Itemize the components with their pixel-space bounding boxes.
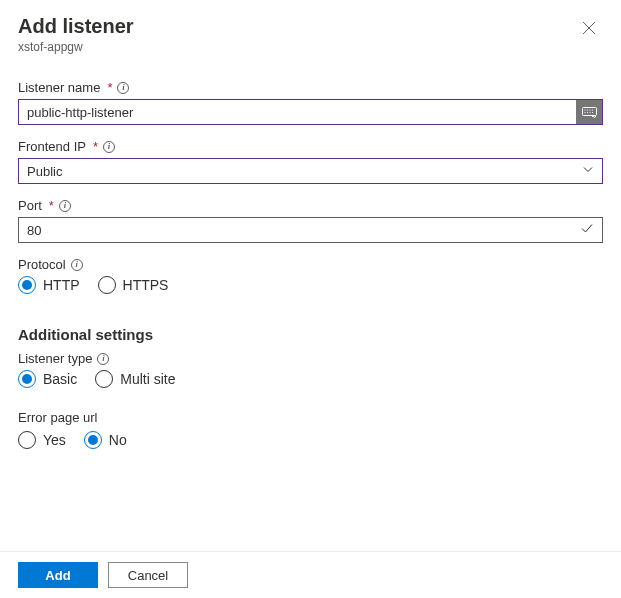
listener-type-label: Listener type i bbox=[18, 351, 603, 366]
checkmark-icon bbox=[580, 222, 594, 239]
port-value: 80 bbox=[27, 223, 41, 238]
required-mark: * bbox=[107, 80, 112, 95]
radio-label: Yes bbox=[43, 432, 66, 448]
error-page-yes-radio[interactable]: Yes bbox=[18, 431, 66, 449]
input-suggestion-badge[interactable] bbox=[576, 100, 602, 124]
frontend-ip-select[interactable]: Public bbox=[18, 158, 603, 184]
svg-point-2 bbox=[586, 109, 587, 110]
error-page-url-label: Error page url bbox=[18, 410, 603, 425]
required-mark: * bbox=[93, 139, 98, 154]
cancel-button[interactable]: Cancel bbox=[108, 562, 188, 588]
additional-settings-heading: Additional settings bbox=[18, 326, 603, 343]
listener-type-basic-radio[interactable]: Basic bbox=[18, 370, 77, 388]
svg-point-8 bbox=[591, 111, 592, 112]
radio-label: No bbox=[109, 432, 127, 448]
radio-icon bbox=[84, 431, 102, 449]
svg-point-4 bbox=[591, 109, 592, 110]
add-button[interactable]: Add bbox=[18, 562, 98, 588]
radio-label: Multi site bbox=[120, 371, 175, 387]
svg-point-5 bbox=[584, 111, 585, 112]
frontend-ip-value: Public bbox=[27, 164, 62, 179]
svg-point-6 bbox=[586, 111, 587, 112]
frontend-ip-label: Frontend IP * i bbox=[18, 139, 603, 154]
info-icon[interactable]: i bbox=[71, 259, 83, 271]
radio-icon bbox=[18, 370, 36, 388]
page-title: Add listener bbox=[18, 14, 134, 38]
protocol-http-radio[interactable]: HTTP bbox=[18, 276, 80, 294]
info-icon[interactable]: i bbox=[117, 82, 129, 94]
radio-icon bbox=[95, 370, 113, 388]
listener-type-multisite-radio[interactable]: Multi site bbox=[95, 370, 175, 388]
radio-icon bbox=[18, 431, 36, 449]
required-mark: * bbox=[49, 198, 54, 213]
svg-point-1 bbox=[584, 109, 585, 110]
svg-point-7 bbox=[589, 111, 590, 112]
port-label: Port * i bbox=[18, 198, 603, 213]
listener-name-label: Listener name * i bbox=[18, 80, 603, 95]
close-icon bbox=[582, 21, 596, 35]
radio-icon bbox=[98, 276, 116, 294]
radio-icon bbox=[18, 276, 36, 294]
radio-label: Basic bbox=[43, 371, 77, 387]
close-button[interactable] bbox=[575, 14, 603, 42]
info-icon[interactable]: i bbox=[97, 353, 109, 365]
listener-name-input[interactable] bbox=[18, 99, 603, 125]
port-select[interactable]: 80 bbox=[18, 217, 603, 243]
svg-point-3 bbox=[589, 109, 590, 110]
protocol-https-radio[interactable]: HTTPS bbox=[98, 276, 169, 294]
page-subtitle: xstof-appgw bbox=[18, 40, 134, 54]
info-icon[interactable]: i bbox=[59, 200, 71, 212]
chevron-down-icon bbox=[582, 164, 594, 179]
radio-label: HTTP bbox=[43, 277, 80, 293]
error-page-no-radio[interactable]: No bbox=[84, 431, 127, 449]
radio-label: HTTPS bbox=[123, 277, 169, 293]
keyboard-icon bbox=[582, 107, 597, 118]
svg-rect-0 bbox=[582, 107, 596, 115]
info-icon[interactable]: i bbox=[103, 141, 115, 153]
protocol-label: Protocol i bbox=[18, 257, 603, 272]
